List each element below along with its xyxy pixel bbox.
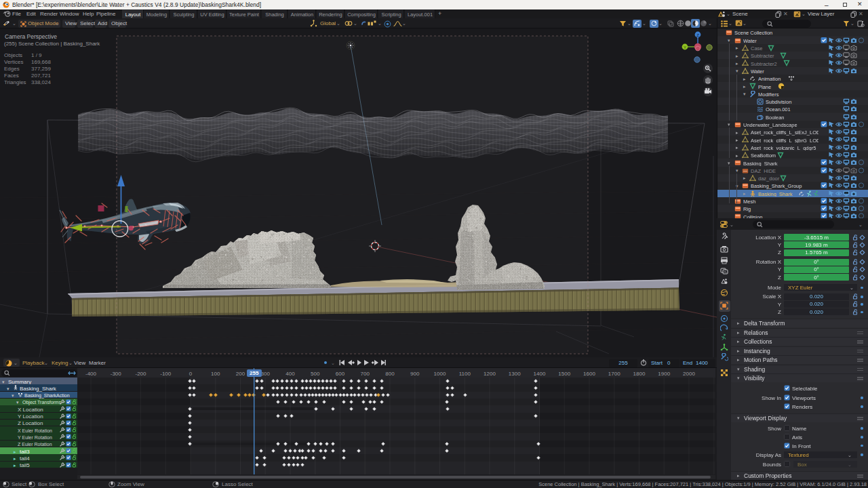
svg-text:Z: Z: [696, 33, 699, 37]
svg-text:Y: Y: [684, 45, 686, 49]
